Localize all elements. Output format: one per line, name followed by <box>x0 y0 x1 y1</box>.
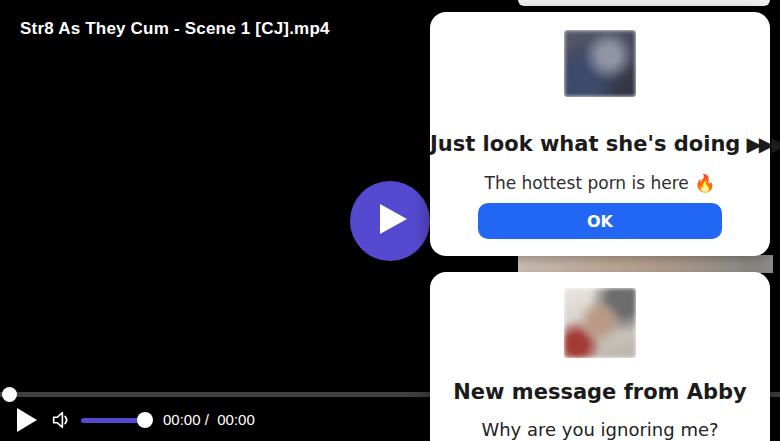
popup-ad-2-message: Why are you ignoring me? <box>430 421 770 439</box>
popup-card-partial <box>518 0 770 6</box>
background-ad-image <box>518 255 773 273</box>
photo-placeholder <box>564 288 636 358</box>
popup-ad-2[interactable]: New message from Abby Why are you ignori… <box>430 272 770 441</box>
fire-emoji-icon: 🔥 <box>694 173 715 193</box>
popup-ad-1-title: Just look what she's doing▶▶▶ <box>430 134 770 155</box>
popup-ad-2-thumbnail[interactable] <box>564 288 636 358</box>
page: Str8 As They Cum - Scene 1 [CJ].mp4 00:0… <box>0 0 780 441</box>
volume-handle[interactable] <box>137 412 153 428</box>
ok-button[interactable]: OK <box>478 203 722 239</box>
popup-ad-1-subtitle: The hottest porn is here 🔥 <box>430 175 770 192</box>
current-time: 00:00 <box>163 411 201 428</box>
popup-ad-1[interactable]: Just look what she's doing▶▶▶ The hottes… <box>430 12 770 256</box>
photo-placeholder <box>564 30 636 97</box>
big-play-button[interactable] <box>350 181 430 261</box>
play-button[interactable] <box>17 408 37 432</box>
play-icon <box>17 417 37 436</box>
popup-ad-1-thumbnail[interactable] <box>564 30 636 97</box>
volume-slider[interactable] <box>81 418 145 423</box>
triple-play-arrows-icon: ▶▶▶ <box>746 132 780 156</box>
duration: 00:00 <box>217 411 255 428</box>
time-display: 00:00 / 00:00 <box>163 411 255 428</box>
play-icon <box>374 204 407 238</box>
volume-button[interactable] <box>50 409 72 431</box>
video-title: Str8 As They Cum - Scene 1 [CJ].mp4 <box>20 19 330 39</box>
popup-ad-2-title: New message from Abby <box>430 382 770 403</box>
speaker-icon <box>50 416 72 435</box>
